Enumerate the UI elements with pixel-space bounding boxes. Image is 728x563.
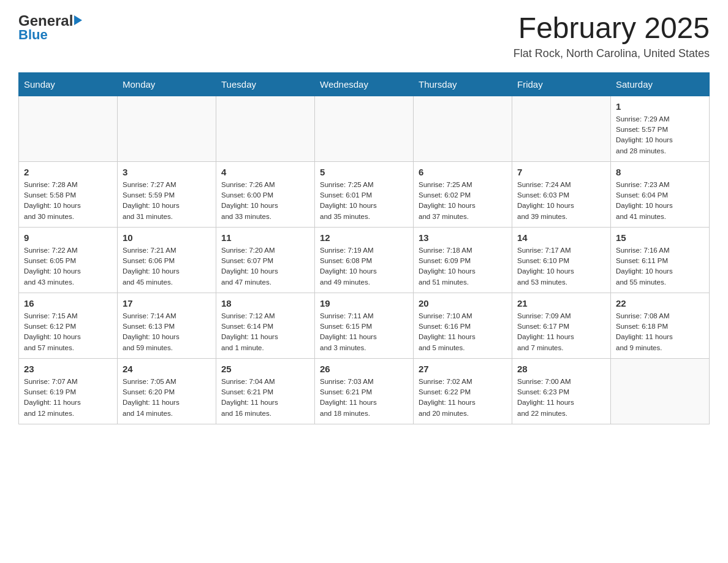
calendar-header-row: SundayMondayTuesdayWednesdayThursdayFrid… [19,72,710,96]
logo-blue-text: Blue [18,27,48,43]
calendar-day-cell: 2Sunrise: 7:28 AMSunset: 5:58 PMDaylight… [19,161,118,227]
day-number: 26 [320,364,408,374]
day-info: Sunrise: 7:00 AMSunset: 6:23 PMDaylight:… [517,377,605,419]
calendar-day-cell: 5Sunrise: 7:25 AMSunset: 6:01 PMDaylight… [315,161,414,227]
day-info: Sunrise: 7:26 AMSunset: 6:00 PMDaylight:… [221,180,309,222]
day-info: Sunrise: 7:02 AMSunset: 6:22 PMDaylight:… [419,377,507,419]
day-number: 14 [517,232,605,243]
day-number: 21 [517,298,605,308]
calendar-day-cell: 15Sunrise: 7:16 AMSunset: 6:11 PMDayligh… [611,227,710,293]
day-info: Sunrise: 7:17 AMSunset: 6:10 PMDaylight:… [517,245,605,288]
day-number: 3 [123,167,211,177]
calendar-day-cell: 4Sunrise: 7:26 AMSunset: 6:00 PMDaylight… [216,161,315,227]
calendar-day-cell: 12Sunrise: 7:19 AMSunset: 6:08 PMDayligh… [315,227,414,293]
calendar-day-cell: 11Sunrise: 7:20 AMSunset: 6:07 PMDayligh… [216,227,315,293]
calendar-day-cell: 21Sunrise: 7:09 AMSunset: 6:17 PMDayligh… [512,293,611,358]
calendar-day-cell: 20Sunrise: 7:10 AMSunset: 6:16 PMDayligh… [414,293,512,358]
logo: General Blue [18,12,82,43]
day-info: Sunrise: 7:22 AMSunset: 6:05 PMDaylight:… [24,245,112,288]
day-number: 6 [419,167,507,177]
day-info: Sunrise: 7:21 AMSunset: 6:06 PMDaylight:… [123,245,211,288]
day-number: 11 [221,232,309,243]
day-of-week-header: Thursday [414,72,512,96]
day-of-week-header: Saturday [611,72,710,96]
day-number: 12 [320,232,408,243]
day-info: Sunrise: 7:05 AMSunset: 6:20 PMDaylight:… [123,377,211,419]
day-number: 13 [419,232,507,243]
calendar-day-cell [414,96,512,161]
calendar-table: SundayMondayTuesdayWednesdayThursdayFrid… [18,72,710,424]
calendar-day-cell: 9Sunrise: 7:22 AMSunset: 6:05 PMDaylight… [19,227,118,293]
day-number: 18 [221,298,309,308]
calendar-day-cell: 23Sunrise: 7:07 AMSunset: 6:19 PMDayligh… [19,358,118,424]
calendar-day-cell: 10Sunrise: 7:21 AMSunset: 6:06 PMDayligh… [118,227,216,293]
calendar-week-row: 1Sunrise: 7:29 AMSunset: 5:57 PMDaylight… [19,96,710,161]
day-info: Sunrise: 7:07 AMSunset: 6:19 PMDaylight:… [24,377,112,419]
day-number: 5 [320,167,408,177]
day-info: Sunrise: 7:10 AMSunset: 6:16 PMDaylight:… [419,311,507,353]
day-number: 2 [24,167,112,177]
day-info: Sunrise: 7:25 AMSunset: 6:02 PMDaylight:… [419,180,507,222]
calendar-week-row: 23Sunrise: 7:07 AMSunset: 6:19 PMDayligh… [19,358,710,424]
day-number: 20 [419,298,507,308]
day-info: Sunrise: 7:04 AMSunset: 6:21 PMDaylight:… [221,377,309,419]
title-section: February 2025 Flat Rock, North Carolina,… [514,12,710,60]
calendar-day-cell: 8Sunrise: 7:23 AMSunset: 6:04 PMDaylight… [611,161,710,227]
calendar-day-cell [512,96,611,161]
calendar-day-cell: 26Sunrise: 7:03 AMSunset: 6:21 PMDayligh… [315,358,414,424]
day-number: 25 [221,364,309,374]
calendar-day-cell: 13Sunrise: 7:18 AMSunset: 6:09 PMDayligh… [414,227,512,293]
logo-arrow-icon [74,15,82,25]
day-number: 17 [123,298,211,308]
calendar-week-row: 16Sunrise: 7:15 AMSunset: 6:12 PMDayligh… [19,293,710,358]
day-info: Sunrise: 7:20 AMSunset: 6:07 PMDaylight:… [221,245,309,288]
day-number: 7 [517,167,605,177]
day-of-week-header: Tuesday [216,72,315,96]
day-info: Sunrise: 7:16 AMSunset: 6:11 PMDaylight:… [616,245,704,288]
day-info: Sunrise: 7:19 AMSunset: 6:08 PMDaylight:… [320,245,408,288]
calendar-day-cell: 17Sunrise: 7:14 AMSunset: 6:13 PMDayligh… [118,293,216,358]
calendar-day-cell: 22Sunrise: 7:08 AMSunset: 6:18 PMDayligh… [611,293,710,358]
calendar-day-cell: 3Sunrise: 7:27 AMSunset: 5:59 PMDaylight… [118,161,216,227]
day-info: Sunrise: 7:28 AMSunset: 5:58 PMDaylight:… [24,180,112,222]
day-info: Sunrise: 7:15 AMSunset: 6:12 PMDaylight:… [24,311,112,353]
day-number: 23 [24,364,112,374]
calendar-day-cell: 27Sunrise: 7:02 AMSunset: 6:22 PMDayligh… [414,358,512,424]
calendar-day-cell: 19Sunrise: 7:11 AMSunset: 6:15 PMDayligh… [315,293,414,358]
calendar-day-cell: 18Sunrise: 7:12 AMSunset: 6:14 PMDayligh… [216,293,315,358]
day-of-week-header: Monday [118,72,216,96]
calendar-day-cell: 24Sunrise: 7:05 AMSunset: 6:20 PMDayligh… [118,358,216,424]
day-info: Sunrise: 7:08 AMSunset: 6:18 PMDaylight:… [616,311,704,353]
day-number: 1 [616,101,704,112]
day-info: Sunrise: 7:11 AMSunset: 6:15 PMDaylight:… [320,311,408,353]
page-header: General Blue February 2025 Flat Rock, No… [18,12,710,60]
calendar-week-row: 9Sunrise: 7:22 AMSunset: 6:05 PMDaylight… [19,227,710,293]
calendar-day-cell: 14Sunrise: 7:17 AMSunset: 6:10 PMDayligh… [512,227,611,293]
calendar-day-cell: 6Sunrise: 7:25 AMSunset: 6:02 PMDaylight… [414,161,512,227]
calendar-day-cell [19,96,118,161]
day-number: 10 [123,232,211,243]
day-number: 22 [616,298,704,308]
day-number: 16 [24,298,112,308]
day-of-week-header: Wednesday [315,72,414,96]
calendar-day-cell: 28Sunrise: 7:00 AMSunset: 6:23 PMDayligh… [512,358,611,424]
day-info: Sunrise: 7:14 AMSunset: 6:13 PMDaylight:… [123,311,211,353]
calendar-day-cell [118,96,216,161]
location-subtitle: Flat Rock, North Carolina, United States [514,47,710,60]
day-info: Sunrise: 7:12 AMSunset: 6:14 PMDaylight:… [221,311,309,353]
day-of-week-header: Sunday [19,72,118,96]
day-info: Sunrise: 7:18 AMSunset: 6:09 PMDaylight:… [419,245,507,288]
day-info: Sunrise: 7:09 AMSunset: 6:17 PMDaylight:… [517,311,605,353]
day-of-week-header: Friday [512,72,611,96]
month-title: February 2025 [514,12,710,45]
day-number: 4 [221,167,309,177]
calendar-day-cell [611,358,710,424]
day-info: Sunrise: 7:27 AMSunset: 5:59 PMDaylight:… [123,180,211,222]
day-number: 19 [320,298,408,308]
day-number: 28 [517,364,605,374]
day-info: Sunrise: 7:25 AMSunset: 6:01 PMDaylight:… [320,180,408,222]
day-number: 9 [24,232,112,243]
day-info: Sunrise: 7:23 AMSunset: 6:04 PMDaylight:… [616,180,704,222]
calendar-day-cell: 16Sunrise: 7:15 AMSunset: 6:12 PMDayligh… [19,293,118,358]
calendar-day-cell [315,96,414,161]
